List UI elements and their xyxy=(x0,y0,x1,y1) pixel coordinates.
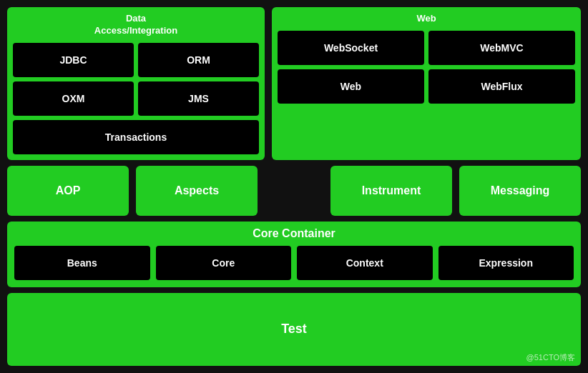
core-grid: Beans Core Context Expression xyxy=(14,246,574,280)
web-title: Web xyxy=(278,13,575,25)
test-panel: Test @51CTO博客 xyxy=(7,293,581,366)
jdbc-box: JDBC xyxy=(13,43,134,77)
test-title: Test xyxy=(281,322,307,337)
transactions-grid: Transactions xyxy=(13,120,259,154)
webmvc-box: WebMVC xyxy=(428,31,575,65)
core-container-panel: Core Container Beans Core Context Expres… xyxy=(7,222,581,287)
aspects-label: Aspects xyxy=(175,184,219,197)
webflux-box: WebFlux xyxy=(428,69,575,104)
core-box: Core xyxy=(156,246,292,280)
data-access-grid: JDBC ORM OXM JMS xyxy=(13,43,259,116)
row4: Test @51CTO博客 xyxy=(7,293,581,366)
jms-box: JMS xyxy=(138,81,259,116)
web-grid: WebSocket WebMVC Web WebFlux xyxy=(278,31,575,104)
row1: DataAccess/Integration JDBC ORM OXM JMS … xyxy=(7,7,581,160)
aspects-box: Aspects xyxy=(136,166,258,216)
main-container: DataAccess/Integration JDBC ORM OXM JMS … xyxy=(0,0,588,373)
oxm-box: OXM xyxy=(13,81,134,116)
orm-box: ORM xyxy=(138,43,259,77)
websocket-box: WebSocket xyxy=(278,31,424,65)
aop-box: AOP xyxy=(7,166,129,216)
web-box: Web xyxy=(278,69,424,104)
data-access-panel: DataAccess/Integration JDBC ORM OXM JMS … xyxy=(7,7,265,160)
data-access-title: DataAccess/Integration xyxy=(13,13,259,37)
row3: Core Container Beans Core Context Expres… xyxy=(7,222,581,287)
watermark: @51CTO博客 xyxy=(526,352,575,363)
beans-box: Beans xyxy=(14,246,150,280)
core-container-title: Core Container xyxy=(14,227,574,240)
instrument-box: Instrument xyxy=(330,166,452,216)
context-box: Context xyxy=(297,246,433,280)
messaging-box: Messaging xyxy=(459,166,581,216)
expression-box: Expression xyxy=(438,246,574,280)
messaging-label: Messaging xyxy=(491,184,550,197)
instrument-label: Instrument xyxy=(362,184,421,197)
transactions-box: Transactions xyxy=(13,120,259,154)
row2: AOP Aspects Instrument Messaging xyxy=(7,166,581,216)
web-panel: Web WebSocket WebMVC Web WebFlux xyxy=(272,7,581,160)
aop-label: AOP xyxy=(56,184,81,197)
row2-spacer xyxy=(265,166,323,216)
